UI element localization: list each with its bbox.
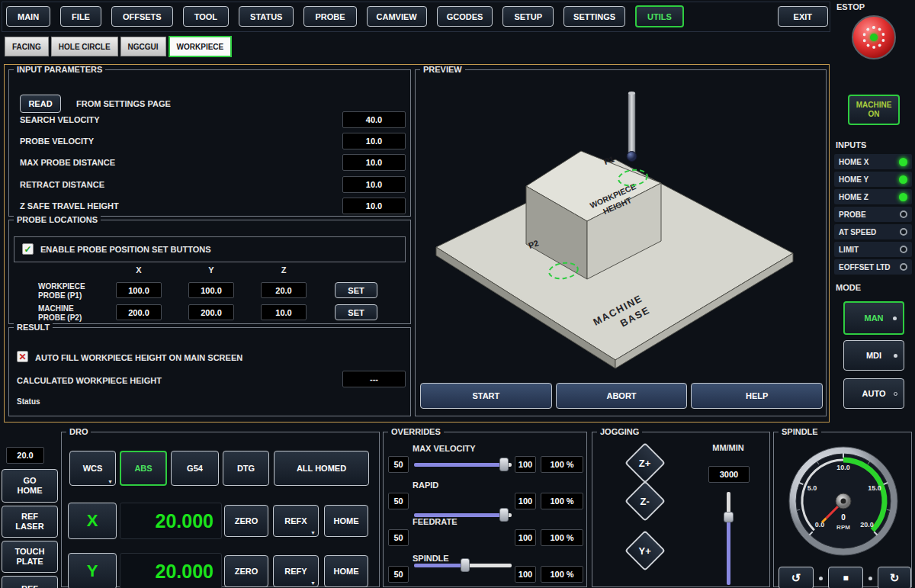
ref-laser-button[interactable]: REF LASER bbox=[2, 506, 58, 538]
slider-handle[interactable] bbox=[499, 458, 509, 471]
slider-handle[interactable] bbox=[724, 512, 734, 522]
max-probe-distance-field[interactable]: 10.0 bbox=[342, 154, 406, 171]
p2-x-field[interactable]: 200.0 bbox=[116, 304, 162, 320]
mode-mdi-button[interactable]: MDI bbox=[843, 340, 904, 371]
home-x-led bbox=[899, 158, 907, 166]
rotate-cw-icon: ↻ bbox=[890, 571, 900, 585]
axis-y-button[interactable]: Y bbox=[68, 553, 117, 588]
chevron-down-icon: ▼ bbox=[310, 530, 316, 535]
result-title: RESULT bbox=[14, 323, 53, 332]
jog-z-plus-button[interactable]: Z+ bbox=[624, 442, 666, 484]
tab-facing[interactable]: FACING bbox=[5, 37, 49, 56]
g54-button[interactable]: G54 bbox=[171, 451, 219, 486]
p2-z-field[interactable]: 10.0 bbox=[261, 304, 307, 320]
search-velocity-field[interactable]: 40.0 bbox=[342, 111, 406, 128]
spindle-cw-button[interactable]: ↻ bbox=[878, 567, 911, 588]
p2-row-label2: PROBE (P2) bbox=[38, 313, 82, 322]
autofill-checkbox[interactable]: ✕ bbox=[17, 351, 28, 362]
touch-plate-button[interactable]: TOUCH PLATE bbox=[2, 541, 58, 573]
abort-button[interactable]: ABORT bbox=[556, 383, 688, 409]
p1-x-field[interactable]: 100.0 bbox=[116, 282, 162, 298]
tab-ngcgui[interactable]: NGCGUI bbox=[120, 37, 166, 56]
retract-distance-field[interactable]: 10.0 bbox=[342, 176, 406, 193]
menu-settings[interactable]: SETTINGS bbox=[563, 6, 625, 27]
probe-velocity-field[interactable]: 10.0 bbox=[342, 133, 406, 149]
jog-rate-value[interactable]: 3000 bbox=[708, 466, 750, 483]
field-label: RETRACT DISTANCE bbox=[20, 180, 104, 189]
probe-led bbox=[900, 210, 907, 218]
axis-x-button[interactable]: X bbox=[68, 503, 117, 539]
max-velocity-label: MAX VELOCITY bbox=[413, 444, 476, 453]
preview-drawing: WORKPIECE HEIGHT P1 P2 MACHINE BASE bbox=[419, 78, 823, 379]
jog-rate-slider[interactable] bbox=[724, 492, 734, 585]
field-label: Z SAFE TRAVEL HEIGHT bbox=[20, 201, 119, 210]
enable-probe-checkbox[interactable]: ✓ bbox=[22, 243, 34, 255]
menu-tool[interactable]: TOOL bbox=[183, 6, 229, 27]
ref-button[interactable]: REF bbox=[2, 576, 58, 588]
start-button[interactable]: START bbox=[420, 383, 552, 409]
jog-z-minus-button[interactable]: Z- bbox=[624, 480, 666, 522]
y-zero-button[interactable]: ZERO bbox=[224, 555, 268, 587]
x-zero-button[interactable]: ZERO bbox=[224, 505, 268, 537]
menu-gcodes[interactable]: GCODES bbox=[437, 6, 493, 27]
mode-man-button[interactable]: MAN bbox=[843, 301, 904, 335]
menu-main[interactable]: MAIN bbox=[6, 6, 50, 27]
spindle-rpm-value: 0 bbox=[841, 513, 846, 522]
tab-workpiece[interactable]: WORKPIECE bbox=[169, 36, 233, 57]
abs-button[interactable]: ABS bbox=[120, 451, 167, 486]
mode-auto-button[interactable]: AUTO bbox=[843, 378, 904, 409]
menu-offsets[interactable]: OFFSETS bbox=[111, 6, 173, 27]
jog-y-plus-button[interactable]: Y+ bbox=[624, 530, 666, 571]
max-velocity-slider[interactable] bbox=[414, 458, 512, 471]
tab-hole-circle[interactable]: HOLE CIRCLE bbox=[51, 37, 118, 56]
spindle-stop-button[interactable]: ■ bbox=[828, 567, 863, 588]
menu-probe[interactable]: PROBE bbox=[303, 6, 356, 27]
input-row-home-y: HOME Y bbox=[834, 172, 912, 187]
menu-status[interactable]: STATUS bbox=[239, 6, 294, 27]
y-home-button[interactable]: HOME bbox=[324, 555, 368, 587]
estop-button[interactable] bbox=[852, 15, 896, 59]
overrides-frame: OVERRIDES MAX VELOCITY 50 100 100 % RAPI… bbox=[383, 432, 587, 587]
spindle-ccw-button[interactable]: ↺ bbox=[779, 567, 814, 588]
go-home-button[interactable]: GO HOME bbox=[2, 469, 58, 503]
home-z-led bbox=[899, 193, 907, 201]
p1-z-field[interactable]: 20.0 bbox=[261, 282, 307, 298]
input-parameters-frame: INPUT PARAMETERS READ FROM SETTINGS PAGE… bbox=[8, 69, 411, 217]
spindle-cw-indicator bbox=[868, 577, 872, 580]
p2-set-button[interactable]: SET bbox=[335, 304, 377, 320]
menu-camview[interactable]: CAMVIEW bbox=[367, 6, 427, 27]
eoffset-led bbox=[900, 263, 907, 271]
dtg-button[interactable]: DTG bbox=[223, 451, 269, 486]
all-homed-button[interactable]: ALL HOMED bbox=[274, 451, 369, 486]
exit-button[interactable]: EXIT bbox=[778, 6, 828, 27]
menu-utils[interactable]: UTILS bbox=[635, 5, 684, 27]
p1-set-button[interactable]: SET bbox=[335, 282, 377, 298]
slider-handle[interactable] bbox=[461, 558, 470, 572]
stop-icon: ■ bbox=[843, 573, 848, 583]
x-ref-button[interactable]: REFX ▼ bbox=[273, 505, 319, 537]
p1-y-field[interactable]: 100.0 bbox=[188, 282, 234, 298]
estop-center-light bbox=[870, 34, 878, 41]
probe-locations-frame: PROBE LOCATIONS ✓ ENABLE PROBE POSITION … bbox=[8, 220, 411, 324]
z-safe-travel-field[interactable]: 10.0 bbox=[342, 198, 406, 214]
menu-setup[interactable]: SETUP bbox=[502, 6, 554, 27]
input-row-eoffset: EOFFSET LTD bbox=[834, 259, 912, 275]
gauge-tick-15: 15.0 bbox=[868, 484, 881, 492]
read-button[interactable]: READ bbox=[20, 95, 61, 113]
wcs-button[interactable]: WCS ▼ bbox=[69, 451, 116, 486]
at-speed-led bbox=[900, 228, 907, 236]
chevron-down-icon: ▼ bbox=[108, 479, 113, 484]
y-ref-button[interactable]: REFY ▼ bbox=[273, 555, 319, 587]
slider-handle[interactable] bbox=[499, 508, 509, 522]
machine-on-button[interactable]: MACHINE ON bbox=[848, 95, 900, 125]
read-label: FROM SETTINGS PAGE bbox=[76, 99, 171, 108]
spindle-ovr-min: 50 bbox=[388, 566, 409, 583]
p2-y-field[interactable]: 200.0 bbox=[188, 304, 234, 320]
spindle-rpm-unit: RPM bbox=[836, 524, 850, 531]
x-home-button[interactable]: HOME bbox=[324, 505, 368, 537]
help-button[interactable]: HELP bbox=[691, 383, 823, 409]
enable-probe-label: ENABLE PROBE POSITION SET BUTTONS bbox=[40, 245, 211, 254]
menu-bar: MAIN FILE OFFSETS TOOL STATUS PROBE CAMV… bbox=[6, 6, 828, 27]
touch-plate-height-field[interactable]: 20.0 bbox=[6, 447, 44, 464]
menu-file[interactable]: FILE bbox=[60, 6, 101, 27]
